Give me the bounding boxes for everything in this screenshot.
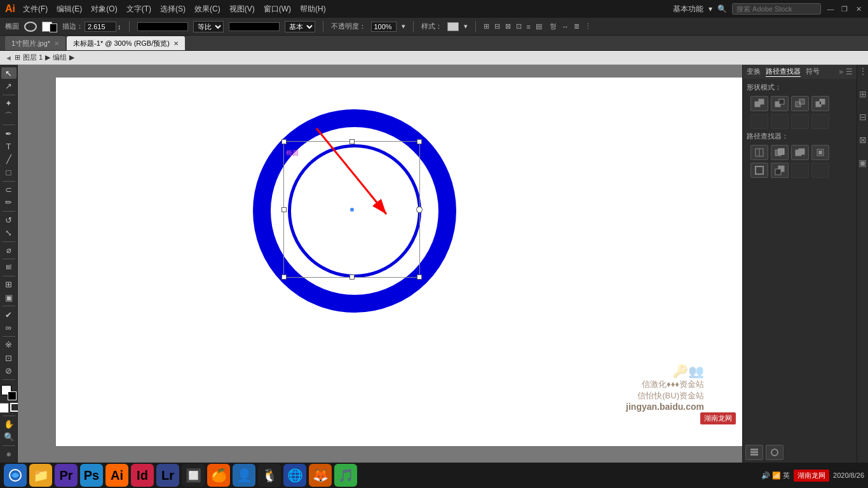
gradient-tool[interactable]: ▣ bbox=[1, 292, 17, 303]
blend-tool[interactable]: ∞ bbox=[1, 322, 17, 334]
taskbar-fruit-icon[interactable]: 🍊 bbox=[207, 464, 230, 487]
pen-tool[interactable]: ✒ bbox=[1, 128, 17, 139]
taskbar-music-icon[interactable]: 🎵 bbox=[334, 464, 357, 487]
edge-icon-1[interactable]: ⋮ bbox=[858, 66, 867, 76]
stroke-color-box[interactable] bbox=[24, 22, 37, 32]
toolbar-icon-2[interactable]: ⊟ bbox=[494, 22, 500, 30]
appearance-icon[interactable] bbox=[766, 445, 783, 460]
eyedropper-tool[interactable]: ✔ bbox=[1, 309, 17, 320]
align-btn-icon[interactable]: ≣ bbox=[574, 22, 580, 30]
line-tool[interactable]: ╱ bbox=[1, 154, 17, 165]
menu-file[interactable]: 文件(F) bbox=[23, 4, 48, 15]
handle-top-right[interactable] bbox=[417, 139, 422, 144]
taskbar-files-icon[interactable]: 📁 bbox=[29, 464, 52, 487]
crop-button[interactable] bbox=[811, 145, 829, 160]
style-box[interactable] bbox=[447, 22, 459, 31]
taskbar-id-icon[interactable]: Id bbox=[131, 464, 154, 487]
unite-button[interactable] bbox=[750, 96, 768, 111]
restore-button[interactable]: ❒ bbox=[840, 4, 849, 13]
panel-expand-icon[interactable]: » bbox=[839, 67, 843, 76]
direct-selection-tool[interactable]: ↗ bbox=[1, 80, 17, 92]
search-input[interactable] bbox=[732, 3, 821, 15]
line-select[interactable]: 基本 bbox=[285, 21, 315, 32]
taskbar-user-icon[interactable]: 👤 bbox=[233, 464, 255, 487]
close-button[interactable]: ✕ bbox=[854, 4, 863, 13]
breadcrumb-layer[interactable]: 图层 1 bbox=[23, 53, 43, 62]
slice-tool[interactable]: ⊘ bbox=[1, 365, 17, 376]
trim-button[interactable] bbox=[771, 145, 789, 160]
handle-mid-left[interactable] bbox=[281, 207, 287, 212]
edge-icon-4[interactable]: ⊠ bbox=[859, 135, 867, 145]
stroke-color-selector[interactable] bbox=[42, 21, 57, 32]
handle-bot-center[interactable] bbox=[349, 274, 355, 280]
zoom-tool[interactable]: 🔍 bbox=[1, 431, 17, 443]
toolbar-icon-1[interactable]: ⊞ bbox=[484, 22, 489, 30]
divide-button[interactable] bbox=[750, 145, 768, 160]
scale-tool[interactable]: ⤡ bbox=[1, 227, 17, 238]
selection-tool[interactable]: ↖ bbox=[1, 67, 17, 79]
mesh-tool[interactable]: ⊞ bbox=[1, 279, 17, 290]
taskbar-fox-icon[interactable]: 🦊 bbox=[309, 464, 332, 487]
toolbar-icon-4[interactable]: ⊡ bbox=[516, 22, 522, 30]
color-mode-box[interactable] bbox=[0, 403, 9, 413]
edge-icon-5[interactable]: ▣ bbox=[858, 158, 867, 168]
panel-tab-transform[interactable]: 变换 bbox=[747, 67, 761, 77]
pencil-tool[interactable]: ✏ bbox=[1, 197, 17, 208]
hand-tool[interactable]: ✋ bbox=[1, 418, 17, 430]
toolbar-icon-6[interactable]: ▤ bbox=[536, 22, 542, 30]
tab-2[interactable]: 未标题-1* @ 300% (RGB/预览) ✕ bbox=[67, 36, 185, 50]
panel-tab-symbol[interactable]: 符号 bbox=[806, 67, 820, 77]
graph-tool[interactable]: ⅢI bbox=[1, 261, 17, 273]
menu-type[interactable]: 文字(T) bbox=[126, 4, 151, 15]
background-color[interactable] bbox=[8, 391, 17, 400]
toolbar-icon-5[interactable]: ≡ bbox=[527, 23, 531, 30]
menu-view[interactable]: 视图(V) bbox=[229, 4, 255, 15]
transform-btn-icon[interactable]: ↔ bbox=[562, 23, 569, 30]
taskbar-video-icon[interactable]: 🔲 bbox=[182, 464, 205, 487]
outline-button[interactable] bbox=[750, 163, 768, 178]
taskbar-ps-icon[interactable]: Ps bbox=[80, 464, 103, 487]
more-icon[interactable]: ⋮ bbox=[585, 22, 592, 30]
minimize-button[interactable]: — bbox=[826, 4, 835, 13]
taskbar-browser-icon[interactable]: 🌐 bbox=[283, 464, 306, 487]
merge-button[interactable] bbox=[791, 145, 809, 160]
edge-icon-2[interactable]: ⊞ bbox=[859, 89, 867, 99]
minus-back-button[interactable] bbox=[771, 163, 789, 178]
warp-tool[interactable]: ⌀ bbox=[1, 244, 17, 255]
handle-top-center[interactable] bbox=[349, 139, 355, 144]
minus-front-button[interactable] bbox=[771, 96, 789, 111]
shape-btn-icon[interactable]: 형 bbox=[550, 22, 557, 31]
chevron-down-icon-2[interactable]: ▾ bbox=[402, 22, 405, 30]
magic-wand-tool[interactable]: ✦ bbox=[1, 98, 17, 109]
menu-effect[interactable]: 效果(C) bbox=[194, 4, 220, 15]
opacity-input[interactable] bbox=[371, 22, 397, 32]
chevron-down-icon-3[interactable]: ▾ bbox=[464, 22, 468, 30]
lasso-tool[interactable]: ⌒ bbox=[1, 111, 17, 122]
taskbar-premiere-icon[interactable]: Pr bbox=[55, 464, 78, 487]
handle-bot-right[interactable] bbox=[417, 274, 422, 280]
layers-icon[interactable] bbox=[745, 445, 763, 460]
menu-object[interactable]: 对象(O) bbox=[91, 4, 117, 15]
menu-edit[interactable]: 编辑(E) bbox=[57, 4, 82, 15]
artboard-tool[interactable]: ⊡ bbox=[1, 352, 17, 363]
intersect-button[interactable] bbox=[791, 96, 809, 111]
taskbar-lr-icon[interactable]: Lr bbox=[156, 464, 179, 487]
paintbrush-tool[interactable]: ⊂ bbox=[1, 184, 17, 195]
color-boxes[interactable] bbox=[1, 385, 17, 400]
toolbar-icon-3[interactable]: ⊠ bbox=[505, 22, 511, 30]
tab-2-close[interactable]: ✕ bbox=[173, 40, 179, 47]
handle-bot-left[interactable] bbox=[281, 274, 287, 280]
edge-icon-3[interactable]: ⊟ bbox=[859, 112, 867, 122]
menu-window[interactable]: 窗口(W) bbox=[264, 4, 291, 15]
taskbar-ai-icon[interactable]: Ai bbox=[105, 464, 128, 487]
rotate-tool[interactable]: ↺ bbox=[1, 214, 17, 226]
shape-tool[interactable]: □ bbox=[1, 166, 17, 178]
type-tool[interactable]: T bbox=[1, 140, 17, 152]
panel-menu-icon[interactable]: ☰ bbox=[846, 67, 853, 76]
taskbar-linux-icon[interactable]: 🐧 bbox=[258, 464, 281, 487]
exclude-button[interactable] bbox=[811, 96, 829, 111]
breadcrumb-group[interactable]: 编组 bbox=[53, 53, 67, 62]
stroke-value[interactable] bbox=[85, 22, 116, 32]
scale-select[interactable]: 等比 bbox=[193, 21, 224, 32]
menu-select[interactable]: 选择(S) bbox=[160, 4, 186, 15]
